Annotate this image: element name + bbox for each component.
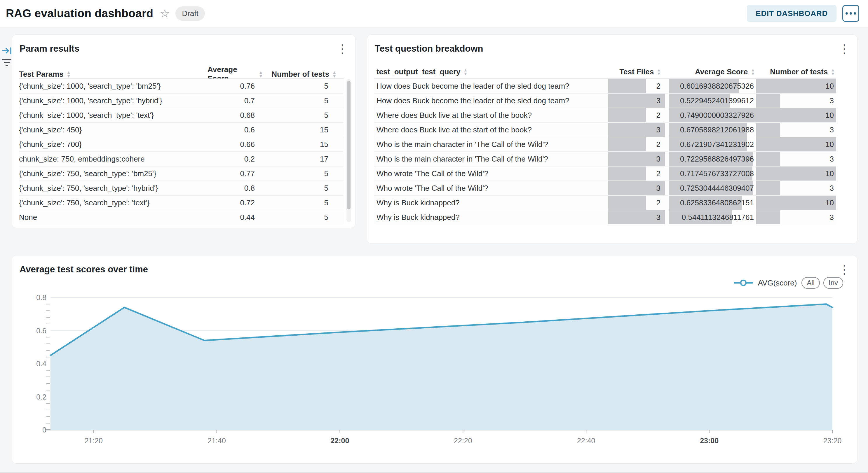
table-row[interactable]: Who wrote 'The Call of the Wild'?30.7253…: [374, 180, 836, 195]
data-bar-cell: 2: [608, 137, 665, 151]
data-bar-cell: 3: [756, 123, 836, 137]
table-row[interactable]: How does Buck become the leader of the s…: [374, 93, 836, 108]
data-bar: [756, 94, 780, 108]
data-bar: [756, 152, 780, 166]
more-options-button[interactable]: [842, 5, 859, 22]
data-bar: [756, 79, 836, 93]
cell-query: How does Buck become the leader of the s…: [374, 96, 608, 105]
table-row[interactable]: {'chunk_size': 750, 'search_type': 'text…: [19, 195, 343, 210]
table-row[interactable]: {'chunk_size': 1000, 'search_type': 'hyb…: [19, 93, 343, 108]
table-row[interactable]: Why is Buck kidnapped?30.544111324681176…: [374, 210, 836, 224]
cell-query: Who is the main character in 'The Call o…: [374, 140, 608, 149]
data-bar-cell: 3: [756, 210, 836, 224]
table-row[interactable]: {'chunk_size': 1000, 'search_type': 'bm2…: [19, 78, 343, 93]
cell-average-score: 0.2: [208, 155, 263, 164]
data-bar: [608, 79, 646, 93]
collapse-panel-icon[interactable]: [2, 46, 12, 57]
column-header[interactable]: Number of tests▲▼: [756, 67, 836, 76]
cell-test-params: {'chunk_size': 1000, 'search_type': 'bm2…: [19, 82, 208, 91]
table-row[interactable]: Why is Buck kidnapped?20.625833648086215…: [374, 195, 836, 210]
cell-number-of-tests: 5: [263, 184, 343, 193]
table-row[interactable]: {'chunk_size': 750, 'search_type': 'hybr…: [19, 180, 343, 195]
cell-test-params: {'chunk_size': 450}: [19, 125, 208, 134]
data-bar-cell: 2: [608, 108, 665, 122]
status-badge: Draft: [176, 6, 205, 21]
scrollbar[interactable]: [346, 79, 351, 222]
table-row[interactable]: Who is the main character in 'The Call o…: [374, 151, 836, 166]
data-bar-cell: 0.6705898212061988: [669, 123, 756, 137]
column-header[interactable]: test_output_test_query▲▼: [374, 67, 608, 76]
table-row[interactable]: None0.445: [19, 210, 343, 224]
panel-title: Test question breakdown: [375, 43, 483, 54]
cell-average-score: 0.7: [208, 96, 263, 105]
sort-icon[interactable]: ▲▼: [657, 68, 661, 75]
cell-query: Why is Buck kidnapped?: [374, 198, 608, 207]
table-row[interactable]: Where does Buck live at the start of the…: [374, 122, 836, 137]
data-bar-cell: 3: [608, 210, 665, 224]
filter-icon[interactable]: [2, 59, 12, 66]
cell-number-of-tests: 5: [263, 111, 343, 120]
table-row[interactable]: {'chunk_size': 700}0.6615: [19, 137, 343, 151]
data-bar: [756, 196, 836, 210]
data-bar: [608, 196, 646, 210]
svg-text:0.6: 0.6: [36, 327, 46, 335]
cell-average-score: 0.66: [208, 140, 263, 149]
edit-dashboard-button[interactable]: EDIT DASHBOARD: [747, 5, 836, 22]
table-row[interactable]: {'chunk_size': 750, 'search_type': 'bm25…: [19, 166, 343, 180]
data-bar-cell: 0.5229452401399612: [669, 94, 756, 108]
cell-average-score: 0.6: [208, 125, 263, 134]
cell-test-params: {'chunk_size': 750, 'search_type': 'bm25…: [19, 169, 208, 178]
data-bar: [756, 210, 780, 224]
data-bar: [756, 108, 836, 122]
table-body: How does Buck become the leader of the s…: [374, 78, 836, 224]
data-bar: [756, 137, 836, 151]
table-row[interactable]: Where does Buck live at the start of the…: [374, 108, 836, 122]
data-bar-cell: 2: [608, 79, 665, 93]
data-bar-cell: 0.7490000003327926: [669, 108, 756, 122]
sort-icon[interactable]: ▲▼: [831, 68, 835, 75]
cell-number-of-tests: 15: [263, 125, 343, 134]
scrollbar-thumb[interactable]: [347, 81, 350, 209]
favorite-star-icon[interactable]: ☆: [160, 8, 169, 19]
column-header[interactable]: Test Files▲▼: [608, 67, 665, 76]
data-bar-cell: 2: [608, 167, 665, 180]
sort-icon[interactable]: ▲▼: [463, 68, 468, 75]
kebab-menu-icon[interactable]: ⋮: [839, 43, 850, 55]
sort-icon[interactable]: ▲▼: [258, 70, 263, 78]
column-header[interactable]: Test Params▲▼: [19, 70, 208, 79]
line-chart[interactable]: 00.20.40.60.821:2021:4022:0022:2022:4023…: [12, 256, 857, 463]
cell-query: Who is the main character in 'The Call o…: [374, 155, 608, 164]
data-bar-cell: 3: [756, 181, 836, 195]
table-row[interactable]: Who wrote 'The Call of the Wild'?20.7174…: [374, 166, 836, 180]
scores-chart-panel: Average test scores over time ⋮ AVG(scor…: [12, 255, 858, 464]
ellipsis-icon: [845, 12, 848, 14]
table-row[interactable]: chunk_size: 750, embeddings:cohere0.217: [19, 151, 343, 166]
kebab-menu-icon[interactable]: ⋮: [337, 43, 348, 55]
sort-icon[interactable]: ▲▼: [751, 68, 755, 75]
data-bar-cell: 0.7174576733727008: [669, 167, 756, 180]
table-row[interactable]: Who is the main character in 'The Call o…: [374, 137, 836, 151]
data-bar-cell: 3: [608, 152, 665, 166]
svg-text:21:40: 21:40: [208, 437, 226, 445]
table-row[interactable]: {'chunk_size': 450}0.615: [19, 122, 343, 137]
sort-icon[interactable]: ▲▼: [332, 70, 337, 78]
cell-query: Who wrote 'The Call of the Wild'?: [374, 184, 608, 193]
data-bar: [756, 167, 836, 180]
svg-text:21:20: 21:20: [84, 437, 103, 445]
table-row[interactable]: {'chunk_size': 1000, 'search_type': 'tex…: [19, 108, 343, 122]
svg-text:22:40: 22:40: [577, 437, 595, 445]
cell-number-of-tests: 5: [263, 169, 343, 178]
data-bar-cell: 10: [756, 196, 836, 210]
data-bar-cell: 3: [756, 152, 836, 166]
table-body: {'chunk_size': 1000, 'search_type': 'bm2…: [19, 78, 343, 224]
data-bar-cell: 3: [756, 94, 836, 108]
column-header[interactable]: Average Score▲▼: [665, 67, 756, 76]
panel-title: Param results: [20, 43, 80, 54]
data-bar: [608, 167, 646, 180]
data-bar: [756, 181, 780, 195]
column-header[interactable]: Number of tests▲▼: [263, 70, 343, 79]
table-row[interactable]: How does Buck become the leader of the s…: [374, 78, 836, 93]
sort-icon[interactable]: ▲▼: [66, 70, 71, 78]
page-title: RAG evaluation dashboard: [6, 7, 153, 20]
question-breakdown-panel: Test question breakdown ⋮ test_output_te…: [367, 34, 858, 244]
